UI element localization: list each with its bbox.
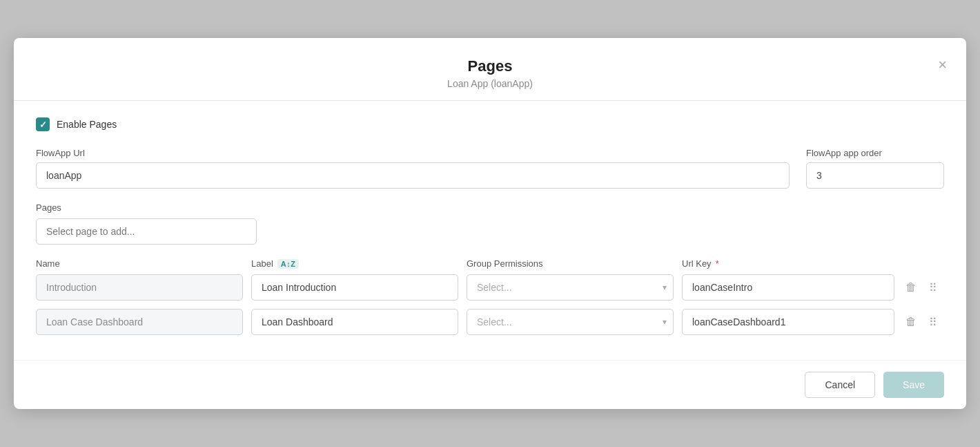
- enable-pages-row: ✓ Enable Pages: [36, 117, 944, 131]
- url-order-row: FlowApp Url FlowApp app order: [36, 148, 944, 189]
- row1-drag-button[interactable]: ⠿: [926, 278, 940, 297]
- flowapp-url-label: FlowApp Url: [36, 148, 790, 158]
- pages-label: Pages: [36, 202, 944, 213]
- pages-search-input[interactable]: [36, 218, 257, 245]
- check-icon: ✓: [39, 120, 47, 130]
- col-label-header: Label A↕Z: [251, 258, 458, 269]
- az-badge-1: A↕Z: [277, 259, 300, 269]
- modal-footer: Cancel Save: [14, 360, 966, 409]
- modal-title: Pages: [36, 57, 944, 75]
- table-header: Name Label A↕Z Group Permissions Url Key…: [36, 258, 944, 269]
- table-row: Select... ▾ 🗑 ⠿: [36, 309, 944, 335]
- flowapp-order-group: FlowApp app order: [806, 148, 944, 189]
- modal-overlay: Pages Loan App (loanApp) × ✓ Enable Page…: [0, 0, 980, 447]
- col-name-header: Name: [36, 258, 243, 269]
- enable-pages-checkbox[interactable]: ✓: [36, 117, 50, 131]
- modal-subtitle: Loan App (loanApp): [36, 78, 944, 89]
- col-urlkey-header: Url Key *: [682, 258, 894, 269]
- flowapp-url-group: FlowApp Url: [36, 148, 790, 189]
- row2-label-input[interactable]: [251, 309, 458, 335]
- row2-delete-button[interactable]: 🗑: [903, 313, 919, 331]
- save-button[interactable]: Save: [883, 372, 944, 398]
- row1-delete-button[interactable]: 🗑: [903, 278, 919, 296]
- row2-group-select[interactable]: Select...: [467, 309, 674, 335]
- col-group-header: Group Permissions: [467, 258, 674, 269]
- flowapp-order-input[interactable]: [806, 162, 944, 189]
- row1-group-wrapper: Select... ▾: [467, 274, 674, 301]
- flowapp-order-label: FlowApp app order: [806, 148, 944, 158]
- row2-urlkey-input[interactable]: [682, 309, 894, 335]
- row1-name-input: [36, 274, 243, 301]
- flowapp-url-input[interactable]: [36, 162, 790, 189]
- cancel-button[interactable]: Cancel: [805, 372, 875, 398]
- modal: Pages Loan App (loanApp) × ✓ Enable Page…: [14, 38, 966, 409]
- table-row: Select... ▾ 🗑 ⠿: [36, 274, 944, 301]
- row1-label-input[interactable]: [251, 274, 458, 301]
- modal-body: ✓ Enable Pages FlowApp Url FlowApp app o…: [14, 101, 966, 360]
- pages-section: Pages: [36, 202, 944, 245]
- modal-header: Pages Loan App (loanApp) ×: [14, 38, 966, 101]
- enable-pages-label: Enable Pages: [57, 119, 117, 130]
- row2-actions: 🗑 ⠿: [903, 313, 944, 332]
- row1-group-select[interactable]: Select...: [467, 274, 674, 301]
- row1-actions: 🗑 ⠿: [903, 278, 944, 297]
- required-star-1: *: [716, 258, 719, 269]
- row2-drag-button[interactable]: ⠿: [926, 313, 940, 332]
- row1-urlkey-input[interactable]: [682, 274, 894, 301]
- row2-name-input: [36, 309, 243, 335]
- close-button[interactable]: ×: [935, 55, 950, 75]
- row2-group-wrapper: Select... ▾: [467, 309, 674, 335]
